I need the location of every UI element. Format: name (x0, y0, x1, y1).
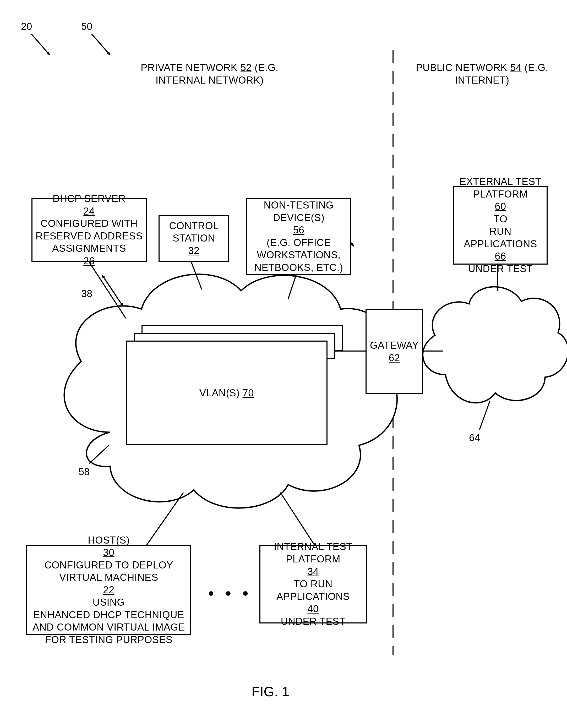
svg-line-3 (191, 262, 202, 289)
gateway-box: GATEWAY 62 (366, 309, 423, 394)
non-testing-box: NON-TESTING DEVICE(S) 56 (E.G. OFFICE WO… (246, 198, 351, 275)
ref-38: 38 (81, 288, 92, 299)
ref-20: 20 (21, 21, 32, 32)
hosts-box: HOST(S) 30 CONFIGURED TO DEPLOY VIRTUAL … (26, 545, 191, 635)
diagram-stage: PRIVATE NETWORK 52 (E.G. INTERNAL NETWOR… (0, 0, 567, 728)
private-network-label: PRIVATE NETWORK 52 (E.G. INTERNAL NETWOR… (131, 62, 288, 86)
svg-line-8 (147, 492, 183, 545)
ellipsis: • • • (208, 584, 252, 602)
ref-64: 64 (469, 432, 480, 444)
cloud-public (423, 287, 567, 403)
internal-test-box: INTERNAL TEST PLATFORM 34 TO RUN APPLICA… (259, 545, 367, 623)
external-test-box: EXTERNAL TEST PLATFORM 60 TO RUN APPLICA… (453, 186, 548, 265)
ref-58: 58 (79, 466, 90, 478)
ref-50: 50 (81, 21, 92, 32)
svg-line-2 (89, 262, 126, 318)
dhcp-server-box: DHCP SERVER 24 CONFIGURED WITH RESERVED … (31, 198, 147, 262)
control-station-box: CONTROL STATION 32 (159, 215, 229, 262)
svg-line-4 (288, 275, 296, 299)
svg-line-9 (280, 492, 314, 545)
figure-caption: FIG. 1 (252, 684, 289, 699)
public-network-label: PUBLIC NETWORK 54 (E.G. INTERNET) (409, 62, 555, 86)
